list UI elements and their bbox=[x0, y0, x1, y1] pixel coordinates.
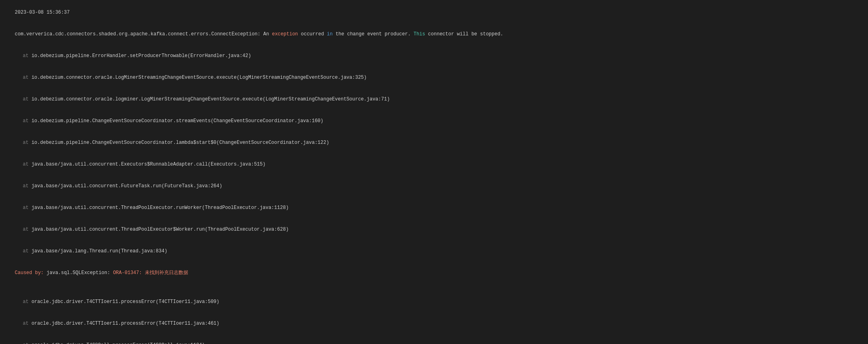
log-output: 2023-03-08 15:36:37 com.ververica.cdc.co… bbox=[0, 0, 868, 344]
log-stack-1: at io.debezium.pipeline.ErrorHandler.set… bbox=[3, 45, 865, 67]
log-blank-1 bbox=[3, 284, 865, 291]
log-caused-by-1: Caused by: java.sql.SQLException: ORA-01… bbox=[3, 262, 865, 284]
log-line-1: com.ververica.cdc.connectors.shaded.org.… bbox=[3, 23, 865, 45]
log-stack-7: at java.base/java.util.concurrent.Future… bbox=[3, 175, 865, 197]
log-stack-10: at java.base/java.lang.Thread.run(Thread… bbox=[3, 240, 865, 262]
log-stack-8: at java.base/java.util.concurrent.Thread… bbox=[3, 197, 865, 219]
log-stack-9: at java.base/java.util.concurrent.Thread… bbox=[3, 219, 865, 240]
log-stack-2: at io.debezium.connector.oracle.LogMiner… bbox=[3, 67, 865, 88]
log-timestamp: 2023-03-08 15:36:37 bbox=[3, 2, 865, 23]
log-oracle-stack-1: at oracle.jdbc.driver.T4CTTIoer11.proces… bbox=[3, 291, 865, 313]
log-stack-5: at io.debezium.pipeline.ChangeEventSourc… bbox=[3, 132, 865, 154]
log-stack-6: at java.base/java.util.concurrent.Execut… bbox=[3, 154, 865, 175]
log-stack-3: at io.debezium.connector.oracle.logminer… bbox=[3, 88, 865, 110]
log-oracle-stack-3: at oracle.jdbc.driver.T4C8Oall.processEr… bbox=[3, 334, 865, 344]
log-stack-4: at io.debezium.pipeline.ChangeEventSourc… bbox=[3, 110, 865, 132]
log-oracle-stack-2: at oracle.jdbc.driver.T4CTTIoer11.proces… bbox=[3, 313, 865, 334]
